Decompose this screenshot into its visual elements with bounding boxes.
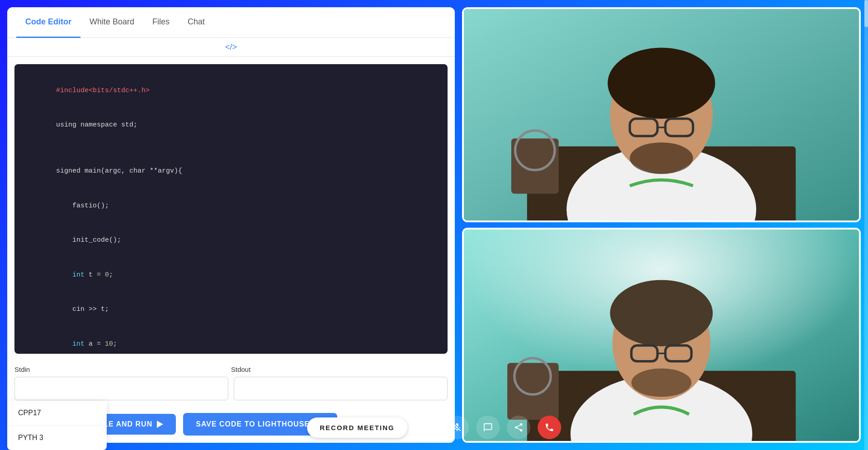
record-meeting-button[interactable]: RECORD MEETING — [307, 417, 407, 438]
tab-bar: Code Editor White Board Files Chat — [7, 7, 455, 38]
dropdown-item-pyth3[interactable]: PYTH 3 — [7, 426, 107, 443]
page-scrollbar[interactable] — [864, 0, 868, 450]
tab-files[interactable]: Files — [143, 7, 179, 38]
end-call-button[interactable] — [538, 416, 561, 439]
svg-point-9 — [630, 142, 693, 174]
svg-point-21 — [632, 368, 692, 397]
code-line-4: signed main(argc, char **argv){ — [24, 154, 439, 189]
chat-button[interactable] — [476, 416, 500, 439]
tab-chat[interactable]: Chat — [179, 7, 214, 38]
language-dropdown: CPP17 PYTH 3 — [7, 401, 107, 443]
video-box-2 — [462, 228, 861, 443]
share-button[interactable] — [507, 416, 530, 439]
main-layout: Code Editor White Board Files Chat </> #… — [0, 0, 868, 450]
svg-rect-10 — [511, 138, 559, 193]
left-panel: Code Editor White Board Files Chat </> #… — [7, 7, 455, 443]
tab-whiteboard[interactable]: White Board — [80, 7, 143, 38]
io-labels: Stdin Stdout — [14, 366, 448, 373]
save-label: SAVE CODE TO LIGHTHOUSE — [196, 420, 310, 428]
chat-icon — [483, 422, 493, 432]
mic-off-icon — [452, 422, 462, 432]
svg-point-17 — [610, 280, 712, 347]
code-line-5: fastio(); — [24, 188, 439, 223]
code-line-6: init_code(); — [24, 223, 439, 258]
code-line-2: using namespace std; — [24, 108, 439, 143]
dropdown-item-cpp17[interactable]: CPP17 — [7, 401, 107, 426]
video-feed-1 — [464, 9, 859, 220]
tab-code-editor[interactable]: Code Editor — [16, 7, 80, 38]
stdin-input[interactable] — [14, 377, 228, 400]
scrollbar-thumb — [864, 0, 868, 27]
end-call-icon — [544, 422, 554, 432]
code-line-7: int t = 0; — [24, 258, 439, 292]
stdout-label: Stdout — [231, 366, 448, 373]
video-feed-2 — [464, 230, 859, 441]
code-line-9: int a = 10; — [24, 327, 439, 354]
code-content: #include<bits/stdc++.h> — [24, 73, 439, 108]
share-icon — [514, 422, 524, 432]
code-toolbar: </> — [7, 38, 455, 57]
stdin-label: Stdin — [14, 366, 231, 373]
code-line-8: cin >> t; — [24, 292, 439, 327]
stdout-input[interactable] — [234, 377, 448, 400]
play-icon — [157, 421, 163, 428]
bottom-toolbar: RECORD MEETING — [307, 416, 561, 439]
right-panel — [462, 7, 861, 443]
code-editor-area[interactable]: #include<bits/stdc++.h> using namespace … — [14, 64, 448, 354]
person-svg-2 — [464, 230, 859, 441]
camera-off-icon — [421, 422, 431, 432]
mic-toggle-button[interactable] — [445, 416, 469, 439]
io-inputs — [14, 377, 448, 400]
person-svg-1 — [464, 9, 859, 220]
camera-toggle-button[interactable] — [415, 416, 438, 439]
code-line-3 — [24, 142, 439, 154]
video-box-1 — [462, 7, 861, 222]
svg-point-5 — [608, 47, 715, 118]
code-toggle-icon[interactable]: </> — [225, 42, 237, 52]
